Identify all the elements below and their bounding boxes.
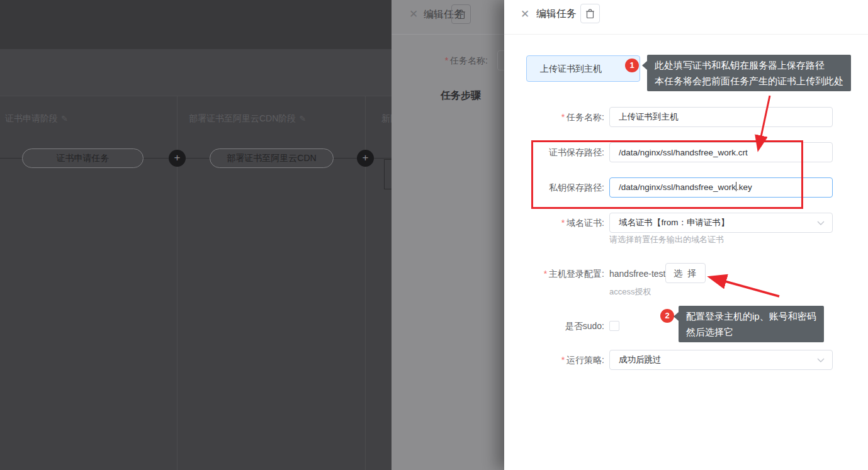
edit-stage-icon[interactable]: ✎: [299, 114, 306, 123]
form-row-cert-path: 证书保存路径:: [504, 142, 868, 162]
add-task-button[interactable]: +: [357, 150, 374, 167]
field-label: *任务名称:: [504, 107, 604, 127]
trash-icon: [456, 9, 466, 20]
partial-task-card: [384, 159, 392, 189]
sudo-checkbox[interactable]: [609, 321, 619, 331]
drawer-header: ✕ 编辑任务: [504, 0, 868, 35]
task-name-input[interactable]: [609, 107, 833, 127]
form-row-key-path: 私钥保存路径: /data/nginx/ssl/handsfree_work.k…: [504, 177, 868, 198]
background-page: 证书申请阶段✎ 证书申请任务 部署证书至阿里云CDN阶段✎ 部署证书至阿里云CD…: [0, 0, 392, 470]
form-row-task-name: *任务名称:: [504, 107, 868, 127]
stage-title: 新阶段: [381, 113, 392, 125]
annotation-badge-2: 2: [660, 309, 674, 323]
run-policy-select[interactable]: 成功后跳过: [609, 350, 833, 370]
annotation-badge-1: 1: [625, 59, 639, 72]
annotation-tooltip-1: 此处填写证书和私钥在服务器上保存路径 本任务将会把前面任务产生的证书上传到此处: [647, 55, 851, 91]
field-helper-text: 请选择前置任务输出的域名证书: [609, 234, 724, 245]
edit-stage-icon[interactable]: ✎: [61, 114, 68, 123]
stage-column-2: 部署证书至阿里云CDN阶段✎ 部署证书至阿里云CDN: [178, 96, 366, 470]
delete-task-button[interactable]: [580, 4, 600, 23]
annotation-tooltip-2: 配置登录主机的ip、账号和密码 然后选择它: [679, 306, 824, 342]
domain-cert-select[interactable]: 域名证书【from：申请证书】: [609, 213, 833, 233]
key-save-path-input[interactable]: /data/nginx/ssl/handsfree_work.key: [609, 177, 833, 198]
field-label: *主机登录配置:: [504, 264, 604, 284]
field-helper-text: access授权: [609, 286, 651, 298]
field-label: *域名证书:: [504, 213, 604, 233]
form-row-domain-cert: *域名证书: 域名证书【from：申请证书】 请选择前置任务输出的域名证书: [504, 213, 868, 233]
field-label: 私钥保存路径:: [504, 177, 604, 198]
tooltip-notch: [674, 312, 679, 321]
stage-title: 证书申请阶段✎: [5, 113, 68, 125]
task-pill-deploy-cdn[interactable]: 部署证书至阿里云CDN: [210, 148, 334, 168]
pipeline-canvas: 证书申请阶段✎ 证书申请任务 部署证书至阿里云CDN阶段✎ 部署证书至阿里云CD…: [0, 96, 392, 470]
page-toolbar-band: [0, 49, 392, 96]
task-type-tab-upload-cert[interactable]: 上传证书到主机: [526, 55, 640, 82]
task-pill-cert-apply[interactable]: 证书申请任务: [22, 148, 144, 168]
stage-title: 部署证书至阿里云CDN阶段✎: [189, 113, 306, 125]
cert-save-path-input[interactable]: [609, 142, 833, 162]
field-label: 证书保存路径:: [504, 142, 604, 162]
tooltip-notch: [642, 61, 647, 70]
delete-task-button[interactable]: [451, 4, 471, 24]
close-icon[interactable]: ✕: [409, 8, 418, 21]
page-header-band: [0, 0, 392, 49]
chevron-down-icon: [817, 221, 825, 226]
task-steps-heading: 任务步骤: [441, 89, 481, 103]
field-label: 是否sudo:: [504, 316, 604, 336]
field-label: *运行策略:: [504, 350, 604, 370]
form-row-run-policy: *运行策略: 成功后跳过: [504, 350, 868, 370]
host-config-value: handsfree-test: [609, 264, 666, 284]
add-task-button[interactable]: +: [169, 150, 186, 167]
choose-host-button[interactable]: 选 择: [665, 263, 706, 283]
field-label: *任务名称:: [392, 50, 488, 70]
stage-column-1: 证书申请阶段✎ 证书申请任务: [0, 96, 178, 470]
drawer-title: 编辑任务: [536, 8, 577, 21]
chevron-down-icon: [817, 358, 825, 363]
form-row-host-config: *主机登录配置: handsfree-test 选 择 access授权: [504, 264, 868, 284]
close-icon[interactable]: ✕: [521, 8, 529, 21]
trash-icon: [585, 9, 595, 19]
